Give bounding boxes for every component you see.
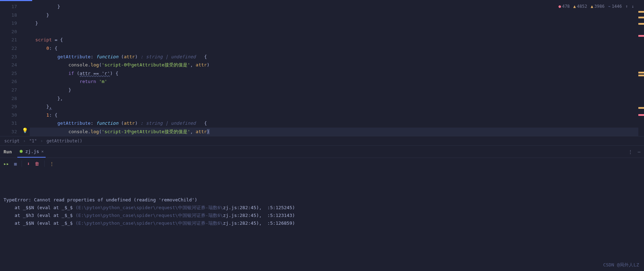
prev-problem-icon[interactable]: ↑ <box>626 4 628 9</box>
code-line[interactable]: } <box>30 86 638 94</box>
code-line[interactable]: getAttribute: function (attr) : string |… <box>30 119 638 128</box>
run-tab-label: zj.js <box>25 149 39 154</box>
code-line[interactable]: 0: { <box>30 44 638 53</box>
code-line[interactable]: } <box>30 11 638 19</box>
close-icon[interactable]: ✕ <box>41 149 44 154</box>
run-title: Run <box>4 149 12 154</box>
minimize-icon[interactable]: — <box>638 149 640 154</box>
typos-count[interactable]: ⌁1446 <box>608 4 622 9</box>
minimap[interactable] <box>638 1 644 136</box>
run-tab[interactable]: ⬢ zj.js ✕ <box>17 146 46 158</box>
warnings-count[interactable]: ▲4852 <box>573 4 587 9</box>
code-line[interactable]: 1: { <box>30 111 638 119</box>
breadcrumb[interactable]: script›"1"›getAttribute() <box>0 136 644 145</box>
console-output[interactable]: TypeError: Cannot read properties of und… <box>0 169 644 258</box>
weak-count[interactable]: ▲3986 <box>591 4 604 9</box>
run-panel-header: Run ⬢ zj.js ✕ ⋮ — <box>0 145 644 158</box>
code-line[interactable]: } <box>30 19 638 28</box>
typo-icon: ⌁ <box>608 4 610 9</box>
next-problem-icon[interactable]: ↓ <box>632 4 634 9</box>
rerun-icon[interactable]: ▸▸ <box>4 161 9 166</box>
warning-icon: ▲ <box>573 4 576 9</box>
code-line[interactable]: console.log('script-0中getAttribute接受的值是'… <box>30 61 638 69</box>
breadcrumb-item[interactable]: "1" <box>29 139 37 143</box>
code-content[interactable]: } } } script = { 0: { getAttribute: func… <box>30 1 638 136</box>
code-line[interactable]: return 'm' <box>30 77 638 86</box>
code-line[interactable]: if (attr == 'r') { <box>30 69 638 78</box>
run-toolbar: ▸▸ ■ ⬇ 🗑 ⋮ <box>0 158 644 169</box>
more-icon[interactable]: ⋮ <box>50 161 54 166</box>
scroll-down-icon[interactable]: ⬇ <box>27 161 30 166</box>
code-editor[interactable]: 17181920212223242526272829303132 💡 } } }… <box>0 1 644 136</box>
code-line[interactable]: script = { <box>30 36 638 44</box>
line-gutter: 17181920212223242526272829303132 <box>0 1 22 136</box>
stop-icon[interactable]: ■ <box>14 161 17 166</box>
code-line[interactable]: } <box>30 2 638 11</box>
code-line[interactable]: getAttribute: function (attr) : string |… <box>30 53 638 61</box>
code-line[interactable] <box>30 28 638 36</box>
warning-icon: ▲ <box>591 4 593 9</box>
code-line[interactable]: }, <box>30 102 638 111</box>
code-line[interactable]: console.log('script-1中getAttribute接受的值是'… <box>30 128 638 136</box>
errors-count[interactable]: ●478 <box>558 4 570 9</box>
watermark: CSDN @局外人LZ <box>603 262 639 268</box>
breadcrumb-item[interactable]: script <box>4 139 19 143</box>
intention-bulb-icon[interactable]: 💡 <box>22 128 28 133</box>
menu-icon[interactable]: ⋮ <box>628 149 633 154</box>
error-icon: ● <box>558 4 561 9</box>
trash-icon[interactable]: 🗑 <box>35 161 39 166</box>
bulb-column: 💡 <box>22 1 30 136</box>
breadcrumb-item[interactable]: getAttribute() <box>47 139 82 143</box>
nodejs-icon: ⬢ <box>19 149 23 154</box>
problems-bar[interactable]: ●478 ▲4852 ▲3986 ⌁1446 ↑ ↓ <box>558 4 634 9</box>
code-line[interactable]: }, <box>30 94 638 103</box>
